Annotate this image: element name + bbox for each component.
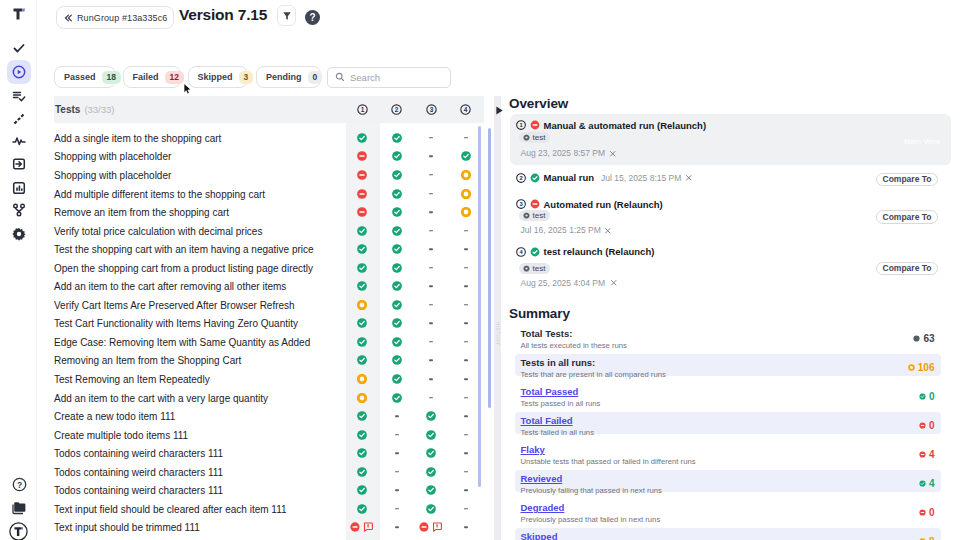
svg-text:3: 3	[429, 106, 433, 113]
svg-text:4: 4	[519, 249, 523, 255]
svg-text:4: 4	[464, 106, 468, 113]
svg-text:1: 1	[360, 106, 364, 113]
svg-text:2: 2	[395, 106, 399, 113]
svg-text:1: 1	[519, 122, 523, 128]
svg-text:?: ?	[17, 480, 22, 490]
svg-text:3: 3	[519, 201, 523, 207]
svg-text:2: 2	[519, 175, 523, 181]
